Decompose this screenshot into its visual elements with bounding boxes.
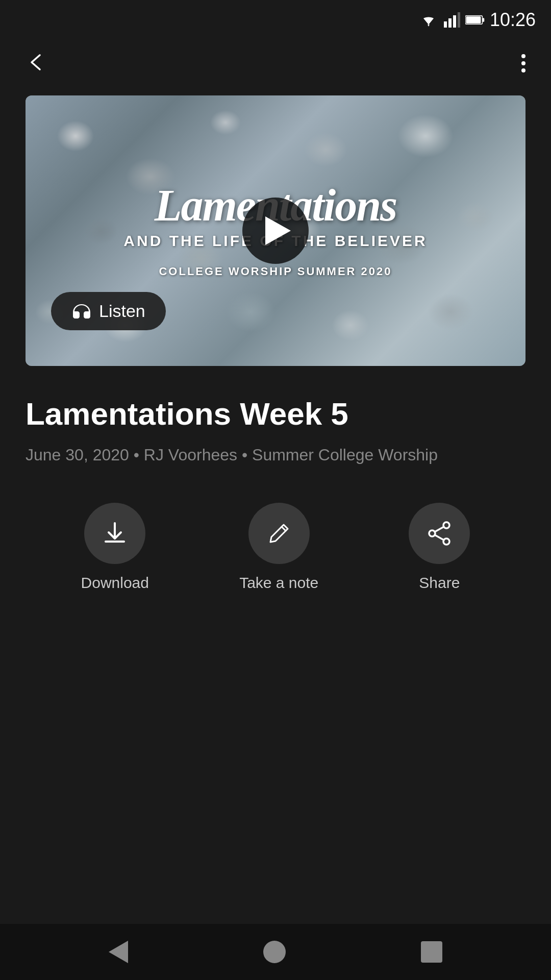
svg-rect-1 [448, 18, 452, 28]
back-arrow-icon [26, 51, 48, 74]
share-label: Share [419, 574, 460, 592]
take-note-circle [248, 503, 310, 564]
download-circle [84, 503, 145, 564]
svg-rect-5 [482, 18, 484, 22]
bottom-navigation-bar [0, 924, 551, 980]
play-triangle-icon [265, 216, 291, 245]
sermon-thumbnail: Lamentations AND THE LIFE OF THE BELIEVE… [26, 95, 525, 366]
back-button[interactable] [20, 46, 53, 80]
share-action[interactable]: Share [409, 503, 470, 592]
download-action[interactable]: Download [81, 503, 149, 592]
top-navigation [0, 36, 551, 90]
nav-back-icon [109, 941, 128, 963]
listen-label: Listen [99, 301, 145, 321]
headphones-icon [71, 302, 92, 321]
content-area: Lamentations Week 5 June 30, 2020 • RJ V… [0, 371, 551, 592]
nav-recent-button[interactable] [421, 941, 442, 963]
signal-icon [444, 12, 460, 28]
listen-button[interactable]: Listen [51, 292, 166, 330]
take-note-label: Take a note [239, 574, 318, 592]
svg-rect-6 [466, 16, 481, 23]
svg-line-11 [435, 535, 444, 540]
more-dot-middle [521, 61, 525, 65]
more-options-button[interactable] [516, 49, 531, 78]
svg-rect-0 [444, 21, 447, 28]
nav-home-button[interactable] [263, 941, 286, 963]
sermon-title: Lamentations Week 5 [26, 397, 525, 431]
battery-icon [465, 14, 485, 26]
status-time: 10:26 [490, 9, 536, 31]
wifi-icon [418, 12, 439, 28]
nav-home-icon [263, 941, 286, 963]
share-circle [409, 503, 470, 564]
download-icon [102, 520, 128, 547]
svg-line-10 [435, 527, 444, 532]
sermon-meta: June 30, 2020 • RJ Voorhees • Summer Col… [26, 443, 525, 467]
svg-rect-2 [453, 15, 456, 28]
play-button[interactable] [242, 198, 309, 264]
action-buttons-row: Download Take a note [26, 503, 525, 592]
pencil-icon [267, 522, 291, 545]
more-dot-top [521, 54, 525, 58]
status-bar: 10:26 [0, 0, 551, 36]
nav-back-button[interactable] [109, 941, 128, 963]
status-icons: 10:26 [418, 9, 536, 31]
thumbnail-series: COLLEGE WORSHIP SUMMER 2020 [159, 265, 392, 278]
share-icon [426, 520, 453, 547]
more-dot-bottom [521, 68, 525, 72]
take-note-action[interactable]: Take a note [239, 503, 318, 592]
svg-rect-3 [458, 12, 460, 28]
thumbnail-background: Lamentations AND THE LIFE OF THE BELIEVE… [26, 95, 525, 366]
nav-recent-icon [421, 941, 442, 963]
download-label: Download [81, 574, 149, 592]
